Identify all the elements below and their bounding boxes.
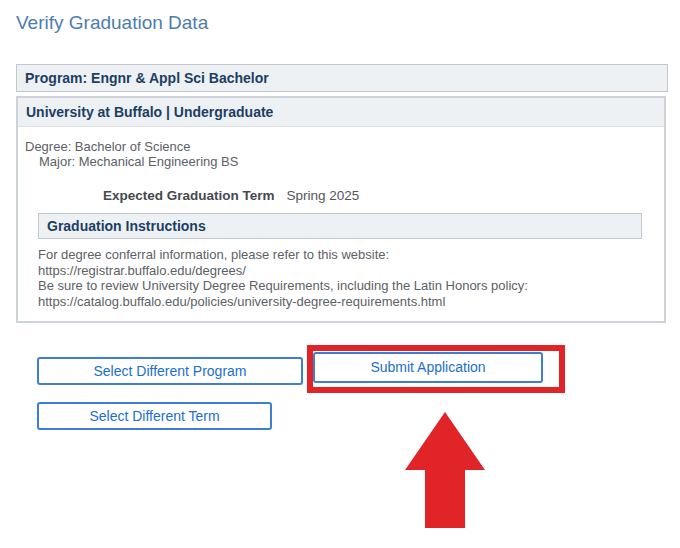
submit-application-button[interactable]: Submit Application: [313, 352, 543, 383]
expected-graduation-term-row: Expected Graduation TermSpring 2025: [18, 188, 664, 203]
instructions-line: For degree conferral information, please…: [38, 247, 664, 263]
graduation-data-panel: University at Buffalo | Undergraduate De…: [16, 96, 666, 323]
graduation-instructions-label: Graduation Instructions: [47, 218, 206, 234]
instructions-line-url: https://catalog.buffalo.edu/policies/uni…: [38, 294, 664, 310]
major-line: Major: Mechanical Engineering BS: [18, 154, 664, 169]
degree-info: Degree: Bachelor of Science Major: Mecha…: [18, 139, 664, 169]
arrow-up-icon: [405, 412, 485, 528]
select-different-term-button[interactable]: Select Different Term: [37, 402, 272, 430]
institution-header-label: University at Buffalo | Undergraduate: [26, 104, 273, 120]
select-different-program-button[interactable]: Select Different Program: [37, 357, 303, 385]
expected-term-label: Expected Graduation Term: [103, 188, 275, 203]
program-header-bar: Program: Engnr & Appl Sci Bachelor: [16, 64, 668, 92]
degree-line: Degree: Bachelor of Science: [18, 139, 664, 154]
expected-term-value: Spring 2025: [287, 188, 360, 203]
page-title: Verify Graduation Data: [16, 12, 208, 34]
program-header-label: Program: Engnr & Appl Sci Bachelor: [25, 70, 269, 86]
instructions-line: Be sure to review University Degree Requ…: [38, 278, 664, 294]
graduation-instructions-header-bar: Graduation Instructions: [38, 213, 642, 239]
institution-header-bar: University at Buffalo | Undergraduate: [18, 98, 664, 127]
instructions-line-url: https://registrar.buffalo.edu/degrees/: [38, 263, 664, 279]
graduation-instructions-text: For degree conferral information, please…: [38, 247, 664, 309]
